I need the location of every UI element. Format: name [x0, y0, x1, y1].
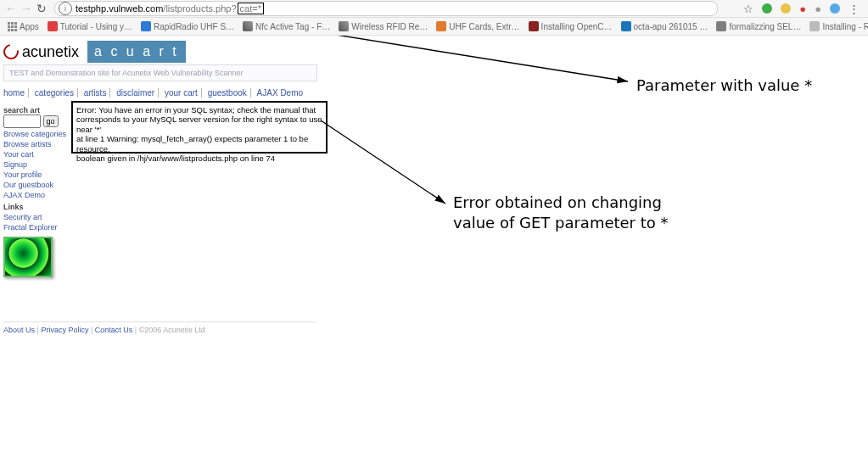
toolbar-right: ☆ ● ● ⋮ [743, 3, 865, 15]
back-button[interactable]: ← [3, 1, 19, 16]
site-info-icon[interactable]: i [59, 2, 72, 15]
url-param-highlight: cat=* [238, 3, 264, 14]
error-line: boolean given in /hj/var/www/listproduct… [76, 154, 322, 163]
url-query-prefix: ? [231, 3, 236, 14]
error-line: Error: You have an error in your SQL syn… [76, 105, 322, 114]
nav-link-guestbook[interactable]: guestbook [204, 88, 251, 98]
links-heading: Links [3, 203, 68, 211]
ext-icon-1[interactable] [762, 3, 772, 14]
favicon-icon [716, 21, 726, 31]
brand-acuart: a c u a r t [87, 41, 186, 63]
bookmark-item[interactable]: Wireless RFID Re… [337, 21, 429, 31]
side-link-browse-categories[interactable]: Browse categories [3, 130, 68, 138]
apps-icon [7, 21, 17, 31]
sidebar: search art go Browse categories Browse a… [3, 103, 68, 277]
bookmark-item[interactable]: Installing OpenC… [527, 21, 614, 31]
page-content: acunetix a c u a r t TEST and Demonstrat… [0, 36, 868, 458]
address-bar[interactable]: i testphp.vulnweb.com/listproducts.php?c… [54, 1, 718, 16]
favicon-icon [621, 21, 631, 31]
footer-contact[interactable]: Contact Us [95, 326, 133, 334]
ext-icon-3[interactable]: ● [799, 3, 806, 15]
side-link-fractal-explorer[interactable]: Fractal Explorer [3, 223, 68, 232]
side-link-browse-artists[interactable]: Browse artists [3, 140, 68, 148]
ext-icon-2[interactable] [781, 3, 791, 14]
favicon-icon [339, 21, 349, 31]
apps-button[interactable]: Apps [5, 21, 41, 31]
bookmark-label: Installing OpenC… [541, 22, 613, 31]
bookmark-item[interactable]: octa-apu 261015 … [619, 21, 710, 31]
url-path: /listproducts.php [163, 3, 231, 14]
nav-link-disclaimer[interactable]: disclaimer [113, 88, 159, 98]
bookmark-item[interactable]: UHF Cards, Extr… [434, 21, 521, 31]
side-link-signup[interactable]: Signup [3, 160, 68, 169]
search-go-button[interactable]: go [43, 115, 59, 127]
bookmarks-bar: Apps Tutorial - Using y… RapidRadio UHF … [0, 18, 868, 36]
logo[interactable]: acunetix a c u a r t [3, 41, 328, 63]
footer-privacy[interactable]: Privacy Policy [41, 326, 88, 334]
side-link-your-cart[interactable]: Your cart [3, 150, 68, 159]
annotation-error-label-2: value of GET parameter to * [453, 214, 669, 232]
nav-link-cart[interactable]: your cart [161, 88, 202, 98]
error-line: at line 1 Warning: mysql_fetch_array() e… [76, 134, 322, 154]
annotation-error-label-1: Error obtained on changing [453, 193, 662, 211]
bookmark-label: Tutorial - Using y… [60, 22, 132, 31]
url-text: testphp.vulnweb.com/listproducts.php?cat… [76, 3, 264, 14]
bookmark-label: octa-apu 261015 … [634, 22, 708, 31]
footer: About Us | Privacy Policy | Contact Us |… [3, 321, 316, 334]
nav-link-artists[interactable]: artists [81, 88, 111, 98]
forward-button[interactable]: → [19, 1, 34, 16]
bookmark-item[interactable]: formalizzing SEL… [714, 21, 803, 31]
side-link-your-profile[interactable]: Your profile [3, 170, 68, 179]
favicon-icon [436, 21, 446, 31]
favicon-icon [243, 21, 253, 31]
profile-icon[interactable] [830, 3, 840, 14]
sql-error-box: Error: You have an error in your SQL syn… [71, 101, 328, 154]
bookmark-item[interactable]: Installing - Rag. S… [808, 21, 868, 31]
apps-label: Apps [20, 22, 39, 31]
bookmark-label: formalizzing SEL… [729, 22, 801, 31]
bookmark-label: Installing - Rag. S… [822, 22, 868, 31]
side-link-security-art[interactable]: Security art [3, 213, 68, 221]
menu-icon[interactable]: ⋮ [848, 3, 860, 15]
nav-link-home[interactable]: home [3, 88, 29, 98]
bookmark-item[interactable]: RapidRadio UHF S… [139, 21, 236, 31]
favicon-icon [141, 21, 151, 31]
top-nav: home categories artists disclaimer your … [3, 87, 328, 99]
bookmark-star-icon[interactable]: ☆ [743, 3, 753, 15]
fractal-thumbnail[interactable] [3, 237, 53, 277]
url-host: testphp.vulnweb.com [76, 3, 163, 14]
search-form: go [3, 114, 68, 128]
site-header: acunetix a c u a r t TEST and Demonstrat… [3, 37, 328, 83]
search-input[interactable] [3, 114, 41, 128]
side-link-guestbook[interactable]: Our guestbook [3, 181, 68, 189]
footer-about[interactable]: About Us [3, 326, 35, 334]
acunetix-mark-icon [0, 41, 21, 62]
bookmark-label: Nfc Active Tag - F… [255, 22, 330, 31]
bookmark-label: UHF Cards, Extr… [449, 22, 519, 31]
favicon-icon [529, 21, 539, 31]
reload-button[interactable]: ↻ [34, 1, 49, 16]
ext-icon-4[interactable]: ● [815, 3, 821, 15]
arrow-to-error [321, 120, 445, 204]
site-description: TEST and Demonstration site for Acunetix… [3, 64, 317, 81]
bookmark-item[interactable]: Nfc Active Tag - F… [241, 21, 332, 31]
favicon-icon [809, 21, 820, 31]
main-content: Error: You have an error in your SQL syn… [71, 103, 328, 277]
bookmark-item[interactable]: Tutorial - Using y… [46, 21, 134, 31]
footer-copyright: ©2006 Acunetix Ltd [139, 326, 205, 334]
browser-toolbar: ← → ↻ i testphp.vulnweb.com/listproducts… [0, 0, 868, 18]
brand-text: acunetix [22, 43, 79, 61]
nav-link-ajaxdemo[interactable]: AJAX Demo [254, 88, 306, 98]
side-link-ajax-demo[interactable]: AJAX Demo [3, 191, 68, 199]
bookmark-label: Wireless RFID Re… [351, 22, 428, 31]
search-heading: search art [3, 106, 68, 114]
annotation-param-label: Parameter with value * [636, 76, 812, 94]
error-line: corresponds to your MySQL server version… [76, 114, 322, 134]
favicon-icon [48, 21, 58, 31]
bookmark-label: RapidRadio UHF S… [154, 22, 234, 31]
nav-link-categories[interactable]: categories [31, 88, 78, 98]
